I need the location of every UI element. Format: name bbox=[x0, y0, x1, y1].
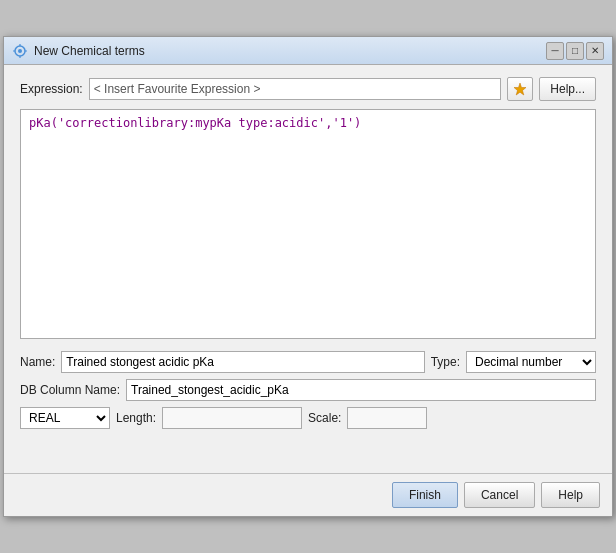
window-title: New Chemical terms bbox=[34, 44, 145, 58]
scale-input[interactable] bbox=[347, 407, 427, 429]
help-expression-button[interactable]: Help... bbox=[539, 77, 596, 101]
expression-dropdown-wrapper: < Insert Favourite Expression > bbox=[89, 78, 502, 100]
titlebar: New Chemical terms ─ □ ✕ bbox=[4, 37, 612, 65]
window-icon bbox=[12, 43, 28, 59]
fields-section: Name: Type: Decimal number Integer Text … bbox=[20, 351, 596, 429]
add-favourite-button[interactable] bbox=[507, 77, 533, 101]
expression-select[interactable]: < Insert Favourite Expression > bbox=[89, 78, 502, 100]
name-input[interactable] bbox=[61, 351, 424, 373]
datatype-select[interactable]: REAL INTEGER TEXT BLOB bbox=[20, 407, 110, 429]
expression-label: Expression: bbox=[20, 82, 83, 96]
expression-area[interactable]: pKa('correctionlibrary:mypKa type:acidic… bbox=[20, 109, 596, 339]
maximize-button[interactable]: □ bbox=[566, 42, 584, 60]
length-label: Length: bbox=[116, 411, 156, 425]
expression-text: pKa('correctionlibrary:mypKa type:acidic… bbox=[29, 116, 361, 130]
finish-button[interactable]: Finish bbox=[392, 482, 458, 508]
type-select[interactable]: Decimal number Integer Text Boolean bbox=[466, 351, 596, 373]
dialog-footer: Finish Cancel Help bbox=[4, 473, 612, 516]
datatype-row: REAL INTEGER TEXT BLOB Length: Scale: bbox=[20, 407, 596, 429]
expression-row: Expression: < Insert Favourite Expressio… bbox=[20, 77, 596, 101]
name-label: Name: bbox=[20, 355, 55, 369]
dbcol-label: DB Column Name: bbox=[20, 383, 120, 397]
name-type-row: Name: Type: Decimal number Integer Text … bbox=[20, 351, 596, 373]
dbcol-input[interactable] bbox=[126, 379, 596, 401]
scale-label: Scale: bbox=[308, 411, 341, 425]
svg-marker-6 bbox=[514, 83, 526, 95]
close-button[interactable]: ✕ bbox=[586, 42, 604, 60]
type-label: Type: bbox=[431, 355, 460, 369]
main-window: New Chemical terms ─ □ ✕ Expression: < I… bbox=[3, 36, 613, 517]
titlebar-controls: ─ □ ✕ bbox=[546, 42, 604, 60]
minimize-button[interactable]: ─ bbox=[546, 42, 564, 60]
dialog-content: Expression: < Insert Favourite Expressio… bbox=[4, 65, 612, 465]
svg-point-1 bbox=[18, 49, 22, 53]
cancel-button[interactable]: Cancel bbox=[464, 482, 535, 508]
titlebar-left: New Chemical terms bbox=[12, 43, 145, 59]
length-input[interactable] bbox=[162, 407, 302, 429]
help-button[interactable]: Help bbox=[541, 482, 600, 508]
dbcol-row: DB Column Name: bbox=[20, 379, 596, 401]
